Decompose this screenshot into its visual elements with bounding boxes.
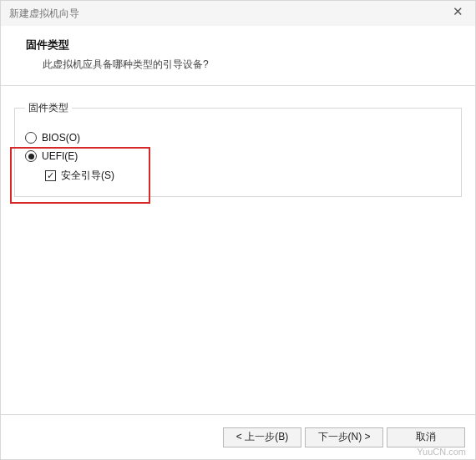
wizard-window: 新建虚拟机向导 ✕ 固件类型 此虚拟机应具备哪种类型的引导设备? 固件类型 BI… bbox=[0, 0, 476, 460]
radio-uefi-label: UEFI(E) bbox=[42, 150, 78, 162]
cancel-button[interactable]: 取消 bbox=[387, 427, 465, 447]
firmware-legend: 固件类型 bbox=[25, 101, 72, 115]
window-title: 新建虚拟机向导 bbox=[9, 7, 79, 21]
next-button[interactable]: 下一步(N) > bbox=[305, 427, 383, 447]
radio-bios-label: BIOS(O) bbox=[42, 132, 80, 144]
page-subtitle: 此虚拟机应具备哪种类型的引导设备? bbox=[26, 58, 460, 72]
radio-bios[interactable]: BIOS(O) bbox=[25, 132, 451, 144]
checkbox-icon bbox=[45, 170, 56, 181]
back-button[interactable]: < 上一步(B) bbox=[223, 427, 301, 447]
checkbox-secure-boot[interactable]: 安全引导(S) bbox=[45, 169, 451, 183]
radio-icon bbox=[25, 150, 37, 162]
checkbox-secure-boot-label: 安全引导(S) bbox=[61, 169, 114, 183]
titlebar: 新建虚拟机向导 ✕ bbox=[1, 1, 475, 26]
wizard-header: 固件类型 此虚拟机应具备哪种类型的引导设备? bbox=[1, 26, 475, 86]
wizard-content: 固件类型 BIOS(O) UEFI(E) 安全引导(S) bbox=[1, 86, 475, 414]
page-title: 固件类型 bbox=[26, 38, 460, 53]
close-icon[interactable]: ✕ bbox=[453, 4, 463, 19]
wizard-footer: < 上一步(B) 下一步(N) > 取消 bbox=[1, 414, 475, 459]
radio-uefi[interactable]: UEFI(E) bbox=[25, 150, 451, 162]
firmware-type-group: 固件类型 BIOS(O) UEFI(E) 安全引导(S) bbox=[14, 101, 462, 197]
radio-icon bbox=[25, 132, 37, 144]
